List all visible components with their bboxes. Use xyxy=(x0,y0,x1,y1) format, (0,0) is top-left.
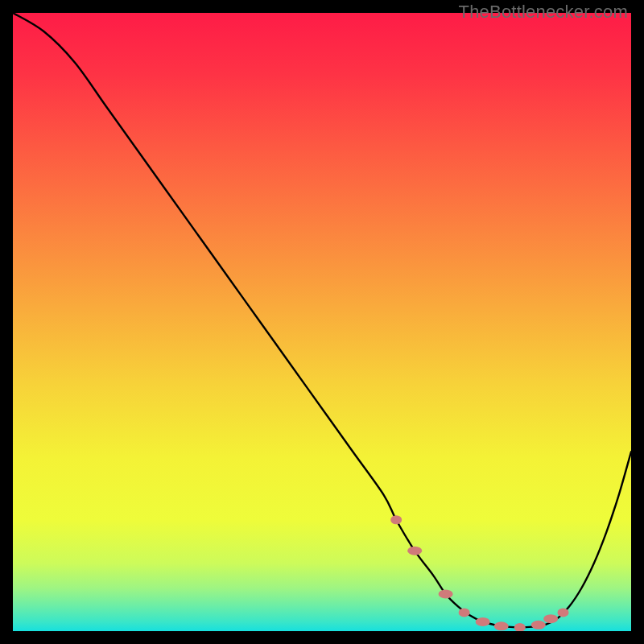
curve-marker xyxy=(543,614,558,623)
curve-marker xyxy=(407,547,422,555)
bottleneck-chart xyxy=(13,13,631,631)
curve-marker xyxy=(459,608,470,617)
curve-marker xyxy=(390,515,402,524)
curve-marker xyxy=(494,621,509,630)
chart-frame xyxy=(13,13,631,631)
curve-marker xyxy=(531,621,546,630)
curve-marker xyxy=(476,617,490,626)
watermark-text: TheBottlenecker.com xyxy=(459,2,628,23)
curve-marker xyxy=(439,589,453,598)
curve-marker xyxy=(558,608,569,617)
